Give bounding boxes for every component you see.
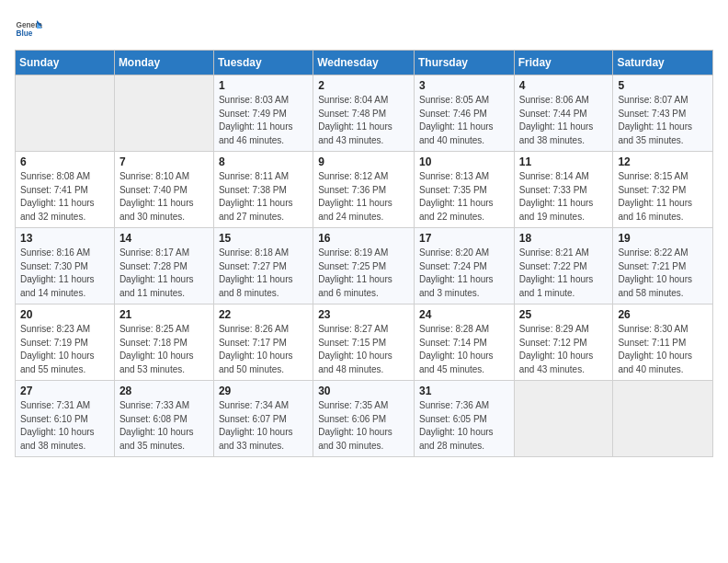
calendar-cell: 12Sunrise: 8:15 AM Sunset: 7:32 PM Dayli… — [613, 152, 713, 228]
day-info: Sunrise: 8:13 AM Sunset: 7:35 PM Dayligh… — [419, 170, 509, 224]
logo: General Blue — [15, 15, 46, 42]
calendar-table: SundayMondayTuesdayWednesdayThursdayFrid… — [15, 50, 713, 457]
day-info: Sunrise: 8:14 AM Sunset: 7:33 PM Dayligh… — [519, 170, 609, 224]
weekday-header: Saturday — [613, 51, 713, 75]
day-number: 2 — [318, 79, 409, 92]
day-info: Sunrise: 7:33 AM Sunset: 6:08 PM Dayligh… — [119, 399, 209, 453]
weekday-header: Wednesday — [313, 51, 415, 75]
calendar-cell: 5Sunrise: 8:07 AM Sunset: 7:43 PM Daylig… — [613, 75, 713, 152]
calendar-header: SundayMondayTuesdayWednesdayThursdayFrid… — [16, 51, 713, 75]
calendar-cell: 26Sunrise: 8:30 AM Sunset: 7:11 PM Dayli… — [613, 304, 713, 381]
day-number: 17 — [419, 232, 509, 245]
day-number: 22 — [219, 308, 308, 321]
day-number: 11 — [519, 155, 609, 168]
day-number: 3 — [419, 79, 509, 92]
calendar-cell: 27Sunrise: 7:31 AM Sunset: 6:10 PM Dayli… — [16, 381, 115, 457]
day-info: Sunrise: 8:08 AM Sunset: 7:41 PM Dayligh… — [20, 170, 109, 224]
calendar-cell — [514, 381, 613, 457]
day-info: Sunrise: 8:06 AM Sunset: 7:44 PM Dayligh… — [519, 94, 609, 147]
day-number: 27 — [20, 385, 109, 397]
day-info: Sunrise: 8:28 AM Sunset: 7:14 PM Dayligh… — [419, 323, 509, 376]
calendar-cell: 11Sunrise: 8:14 AM Sunset: 7:33 PM Dayli… — [514, 152, 613, 228]
calendar-cell: 18Sunrise: 8:21 AM Sunset: 7:22 PM Dayli… — [514, 228, 613, 304]
day-info: Sunrise: 7:36 AM Sunset: 6:05 PM Dayligh… — [419, 399, 509, 453]
day-number: 15 — [219, 232, 308, 245]
day-number: 20 — [20, 308, 109, 321]
day-info: Sunrise: 8:21 AM Sunset: 7:22 PM Dayligh… — [519, 247, 609, 300]
day-number: 13 — [20, 232, 109, 245]
day-number: 24 — [419, 308, 509, 321]
weekday-header: Tuesday — [213, 51, 313, 75]
day-info: Sunrise: 8:03 AM Sunset: 7:49 PM Dayligh… — [219, 94, 308, 147]
day-number: 12 — [618, 155, 708, 168]
day-number: 21 — [119, 308, 209, 321]
calendar-cell: 10Sunrise: 8:13 AM Sunset: 7:35 PM Dayli… — [414, 152, 514, 228]
day-number: 23 — [318, 308, 409, 321]
calendar-cell: 21Sunrise: 8:25 AM Sunset: 7:18 PM Dayli… — [114, 304, 213, 381]
day-number: 29 — [219, 385, 308, 397]
calendar-cell: 24Sunrise: 8:28 AM Sunset: 7:14 PM Dayli… — [414, 304, 514, 381]
calendar-cell: 22Sunrise: 8:26 AM Sunset: 7:17 PM Dayli… — [213, 304, 313, 381]
day-info: Sunrise: 8:27 AM Sunset: 7:15 PM Dayligh… — [318, 323, 409, 376]
calendar-cell: 8Sunrise: 8:11 AM Sunset: 7:38 PM Daylig… — [213, 152, 313, 228]
calendar-cell — [16, 75, 115, 152]
weekday-header: Sunday — [16, 51, 115, 75]
calendar-cell: 1Sunrise: 8:03 AM Sunset: 7:49 PM Daylig… — [213, 75, 313, 152]
calendar-cell: 19Sunrise: 8:22 AM Sunset: 7:21 PM Dayli… — [613, 228, 713, 304]
day-number: 14 — [119, 232, 209, 245]
calendar-cell: 28Sunrise: 7:33 AM Sunset: 6:08 PM Dayli… — [114, 381, 213, 457]
weekday-header: Monday — [114, 51, 213, 75]
day-info: Sunrise: 8:11 AM Sunset: 7:38 PM Dayligh… — [219, 170, 308, 224]
day-info: Sunrise: 8:29 AM Sunset: 7:12 PM Dayligh… — [519, 323, 609, 376]
day-info: Sunrise: 8:15 AM Sunset: 7:32 PM Dayligh… — [618, 170, 708, 224]
day-number: 30 — [318, 385, 409, 397]
day-number: 18 — [519, 232, 609, 245]
day-info: Sunrise: 7:31 AM Sunset: 6:10 PM Dayligh… — [20, 399, 109, 453]
day-info: Sunrise: 8:16 AM Sunset: 7:30 PM Dayligh… — [20, 247, 109, 300]
day-info: Sunrise: 7:34 AM Sunset: 6:07 PM Dayligh… — [219, 399, 308, 453]
calendar-cell: 14Sunrise: 8:17 AM Sunset: 7:28 PM Dayli… — [114, 228, 213, 304]
day-info: Sunrise: 8:26 AM Sunset: 7:17 PM Dayligh… — [219, 323, 308, 376]
weekday-header: Friday — [514, 51, 613, 75]
day-info: Sunrise: 8:18 AM Sunset: 7:27 PM Dayligh… — [219, 247, 308, 300]
calendar-cell: 25Sunrise: 8:29 AM Sunset: 7:12 PM Dayli… — [514, 304, 613, 381]
day-number: 6 — [20, 155, 109, 168]
calendar-cell: 7Sunrise: 8:10 AM Sunset: 7:40 PM Daylig… — [114, 152, 213, 228]
day-info: Sunrise: 8:04 AM Sunset: 7:48 PM Dayligh… — [318, 94, 409, 147]
day-info: Sunrise: 8:22 AM Sunset: 7:21 PM Dayligh… — [618, 247, 708, 300]
calendar-cell: 23Sunrise: 8:27 AM Sunset: 7:15 PM Dayli… — [313, 304, 415, 381]
day-info: Sunrise: 8:10 AM Sunset: 7:40 PM Dayligh… — [119, 170, 209, 224]
calendar-cell: 3Sunrise: 8:05 AM Sunset: 7:46 PM Daylig… — [414, 75, 514, 152]
svg-text:Blue: Blue — [17, 29, 33, 38]
day-number: 28 — [119, 385, 209, 397]
day-info: Sunrise: 8:23 AM Sunset: 7:19 PM Dayligh… — [20, 323, 109, 376]
day-number: 8 — [219, 155, 308, 168]
calendar-cell — [114, 75, 213, 152]
day-number: 16 — [318, 232, 409, 245]
calendar-cell: 6Sunrise: 8:08 AM Sunset: 7:41 PM Daylig… — [16, 152, 115, 228]
calendar-cell: 31Sunrise: 7:36 AM Sunset: 6:05 PM Dayli… — [414, 381, 514, 457]
calendar-cell: 13Sunrise: 8:16 AM Sunset: 7:30 PM Dayli… — [16, 228, 115, 304]
day-info: Sunrise: 8:30 AM Sunset: 7:11 PM Dayligh… — [618, 323, 708, 376]
day-number: 1 — [219, 79, 308, 92]
day-info: Sunrise: 8:25 AM Sunset: 7:18 PM Dayligh… — [119, 323, 209, 376]
calendar-cell: 9Sunrise: 8:12 AM Sunset: 7:36 PM Daylig… — [313, 152, 415, 228]
day-number: 19 — [618, 232, 708, 245]
day-info: Sunrise: 8:05 AM Sunset: 7:46 PM Dayligh… — [419, 94, 509, 147]
day-info: Sunrise: 8:12 AM Sunset: 7:36 PM Dayligh… — [318, 170, 409, 224]
calendar-cell — [613, 381, 713, 457]
day-number: 25 — [519, 308, 609, 321]
day-number: 26 — [618, 308, 708, 321]
day-info: Sunrise: 8:07 AM Sunset: 7:43 PM Dayligh… — [618, 94, 708, 147]
day-info: Sunrise: 8:19 AM Sunset: 7:25 PM Dayligh… — [318, 247, 409, 300]
calendar-cell: 29Sunrise: 7:34 AM Sunset: 6:07 PM Dayli… — [213, 381, 313, 457]
calendar-cell: 2Sunrise: 8:04 AM Sunset: 7:48 PM Daylig… — [313, 75, 415, 152]
calendar-cell: 15Sunrise: 8:18 AM Sunset: 7:27 PM Dayli… — [213, 228, 313, 304]
day-number: 31 — [419, 385, 509, 397]
calendar-cell: 16Sunrise: 8:19 AM Sunset: 7:25 PM Dayli… — [313, 228, 415, 304]
day-number: 10 — [419, 155, 509, 168]
day-info: Sunrise: 8:20 AM Sunset: 7:24 PM Dayligh… — [419, 247, 509, 300]
day-number: 9 — [318, 155, 409, 168]
day-number: 7 — [119, 155, 209, 168]
day-info: Sunrise: 7:35 AM Sunset: 6:06 PM Dayligh… — [318, 399, 409, 453]
